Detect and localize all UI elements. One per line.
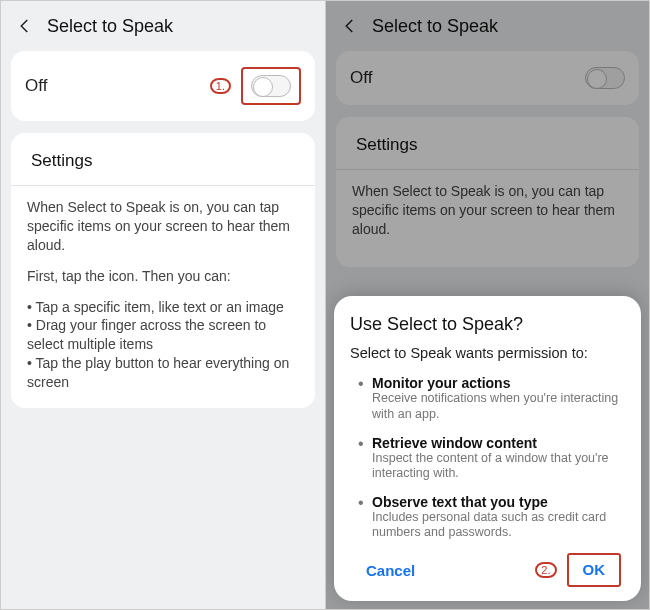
ok-button[interactable]: OK: [567, 553, 622, 587]
phone-right: Select to Speak Off Settings When Select…: [325, 1, 649, 609]
settings-bullet: • Tap the play button to hear everything…: [27, 354, 299, 392]
permission-item: Observe text that you type Includes pers…: [358, 494, 625, 541]
permission-item: Monitor your actions Receive notificatio…: [358, 375, 625, 422]
back-button[interactable]: [13, 14, 37, 38]
permission-name: Observe text that you type: [372, 494, 625, 510]
permission-dialog: Use Select to Speak? Select to Speak wan…: [334, 296, 641, 601]
settings-bullet: • Tap a specific item, like text or an i…: [27, 298, 299, 317]
settings-heading[interactable]: Settings: [25, 149, 301, 185]
ok-button-label: OK: [583, 561, 606, 578]
toggle-state-label: Off: [25, 76, 47, 96]
toggle-highlight: [241, 67, 301, 105]
permission-desc: Inspect the content of a window that you…: [372, 451, 625, 482]
annotation-2: 2.: [535, 562, 556, 578]
chevron-left-icon: [16, 17, 34, 35]
annotation-1: 1.: [210, 78, 231, 94]
permission-list: Monitor your actions Receive notificatio…: [350, 375, 625, 541]
divider: [11, 185, 315, 186]
cancel-button[interactable]: Cancel: [354, 554, 427, 587]
header: Select to Speak: [1, 1, 325, 51]
permission-name: Monitor your actions: [372, 375, 625, 391]
dialog-title: Use Select to Speak?: [350, 314, 625, 335]
phone-left: Select to Speak Off 1. Settings When Sel…: [1, 1, 325, 609]
settings-intro: When Select to Speak is on, you can tap …: [27, 198, 299, 255]
permission-item: Retrieve window content Inspect the cont…: [358, 435, 625, 482]
settings-card: Settings When Select to Speak is on, you…: [11, 133, 315, 408]
dialog-buttons: Cancel 2. OK: [350, 553, 625, 587]
permission-desc: Receive notifications when you're intera…: [372, 391, 625, 422]
dialog-subtitle: Select to Speak wants permission to:: [350, 345, 625, 361]
toggle-card: Off 1.: [11, 51, 315, 121]
permission-name: Retrieve window content: [372, 435, 625, 451]
page-title: Select to Speak: [47, 16, 173, 37]
feature-toggle[interactable]: [251, 75, 291, 97]
permission-desc: Includes personal data such as credit ca…: [372, 510, 625, 541]
settings-body: When Select to Speak is on, you can tap …: [25, 198, 301, 392]
settings-lead: First, tap the icon. Then you can:: [27, 267, 299, 286]
settings-bullet: • Drag your finger across the screen to …: [27, 316, 299, 354]
